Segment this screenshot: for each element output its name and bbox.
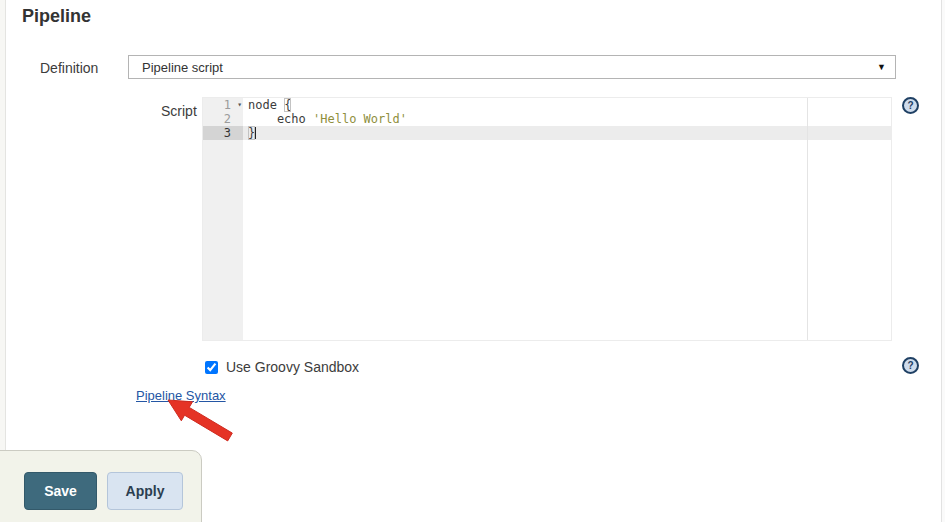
- groovy-sandbox-label[interactable]: Use Groovy Sandbox: [226, 359, 359, 375]
- code-line: }: [243, 126, 891, 140]
- page-title: Pipeline: [22, 6, 91, 27]
- pipeline-config-page: Pipeline Definition Pipeline script ▼ Sc…: [0, 0, 945, 522]
- chevron-down-icon: ▼: [877, 62, 886, 72]
- right-page-edge: [941, 0, 945, 522]
- groovy-sandbox-checkbox[interactable]: [205, 361, 218, 374]
- definition-label: Definition: [40, 60, 98, 76]
- fold-arrow-icon[interactable]: ▾: [237, 98, 242, 112]
- help-icon[interactable]: ?: [902, 97, 919, 114]
- save-button[interactable]: Save: [24, 472, 97, 510]
- definition-dropdown-value: Pipeline script: [142, 60, 223, 75]
- help-icon[interactable]: ?: [902, 357, 919, 374]
- pipeline-syntax-link[interactable]: Pipeline Syntax: [136, 388, 226, 403]
- gutter-line-number[interactable]: 1▾: [203, 98, 243, 112]
- code-line: echo 'Hello World': [243, 112, 891, 126]
- left-page-edge: [0, 0, 6, 522]
- gutter-line-number[interactable]: 3: [203, 126, 243, 140]
- editor-code[interactable]: node { echo 'Hello World'}: [243, 98, 891, 340]
- script-code-editor[interactable]: 1▾23 node { echo 'Hello World'}: [202, 97, 892, 341]
- editor-gutter[interactable]: 1▾23: [203, 98, 243, 340]
- text-caret: [255, 127, 256, 139]
- question-mark-glyph: ?: [907, 360, 913, 371]
- script-label: Script: [161, 103, 197, 119]
- question-mark-glyph: ?: [907, 100, 913, 111]
- code-line: node {: [243, 98, 891, 112]
- definition-dropdown[interactable]: Pipeline script ▼: [128, 55, 896, 79]
- gutter-line-number[interactable]: 2: [203, 112, 243, 126]
- apply-button[interactable]: Apply: [107, 472, 183, 510]
